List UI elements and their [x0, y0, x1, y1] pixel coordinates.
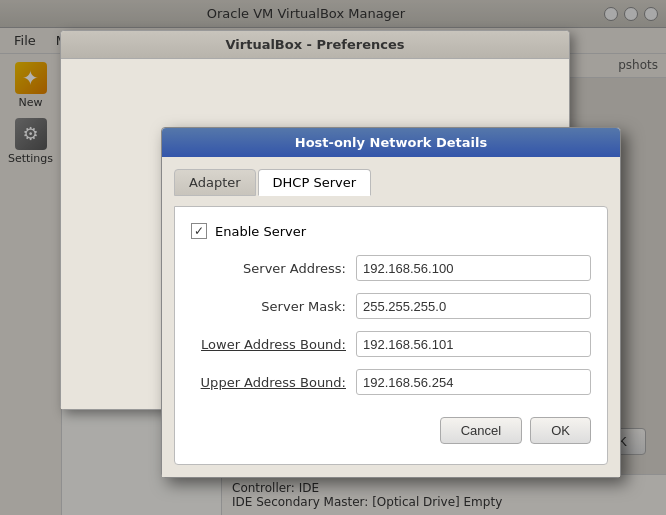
server-mask-row: Server Mask: [191, 293, 591, 319]
upper-bound-row: Upper Address Bound: [191, 369, 591, 395]
enable-server-row: Enable Server [191, 223, 591, 239]
server-address-row: Server Address: [191, 255, 591, 281]
host-only-body: Adapter DHCP Server Enable Server Server… [162, 157, 620, 477]
dialog-buttons: Cancel OK [191, 407, 591, 448]
server-mask-input[interactable] [356, 293, 591, 319]
preferences-title: VirtualBox - Preferences [225, 37, 404, 52]
server-mask-label: Server Mask: [191, 299, 356, 314]
preferences-body: Host-only Network Details Adapter DHCP S… [61, 59, 569, 409]
dialog-ok-button[interactable]: OK [530, 417, 591, 444]
host-only-dialog: Host-only Network Details Adapter DHCP S… [161, 127, 621, 478]
server-address-input[interactable] [356, 255, 591, 281]
dhcp-tab-content: Enable Server Server Address: Server Mas… [174, 206, 608, 465]
host-only-title-bar: Host-only Network Details [162, 128, 620, 157]
lower-bound-input[interactable] [356, 331, 591, 357]
lower-bound-row: Lower Address Bound: [191, 331, 591, 357]
preferences-overlay: VirtualBox - Preferences Host-only Netwo… [0, 0, 666, 515]
dialog-cancel-button[interactable]: Cancel [440, 417, 522, 444]
tab-dhcp[interactable]: DHCP Server [258, 169, 371, 196]
tab-adapter[interactable]: Adapter [174, 169, 256, 196]
server-address-label: Server Address: [191, 261, 356, 276]
tabs-row: Adapter DHCP Server [174, 169, 608, 196]
upper-bound-input[interactable] [356, 369, 591, 395]
host-only-title: Host-only Network Details [295, 135, 487, 150]
preferences-dialog: VirtualBox - Preferences Host-only Netwo… [60, 30, 570, 410]
enable-server-label: Enable Server [215, 224, 306, 239]
upper-bound-label: Upper Address Bound: [191, 375, 356, 390]
enable-server-checkbox[interactable] [191, 223, 207, 239]
preferences-title-bar: VirtualBox - Preferences [61, 31, 569, 59]
lower-bound-label: Lower Address Bound: [191, 337, 356, 352]
